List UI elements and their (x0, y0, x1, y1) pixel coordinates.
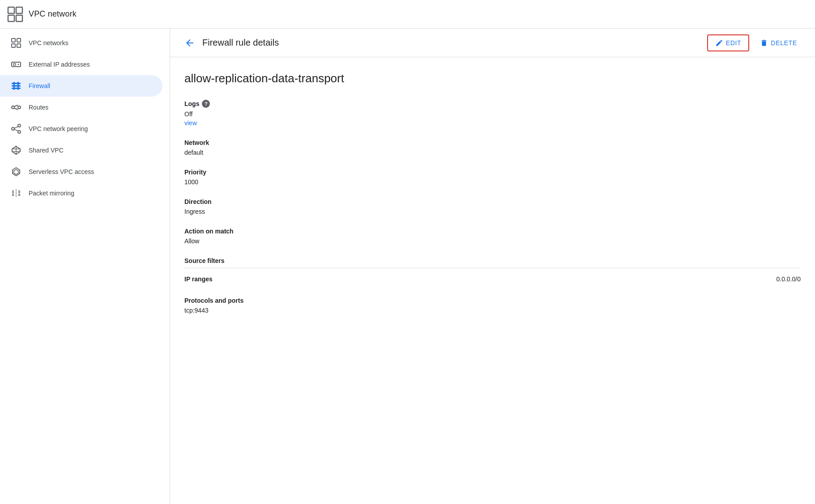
svg-line-19 (14, 108, 18, 110)
svg-rect-0 (8, 7, 14, 13)
svg-rect-7 (17, 44, 21, 47)
firewall-icon (11, 80, 21, 91)
field-label-protocols-ports: Protocols and ports (184, 297, 801, 304)
source-filters-divider (184, 268, 801, 268)
shared-vpc-icon (11, 145, 21, 156)
source-filter-key-ip: IP ranges (184, 275, 213, 283)
svg-rect-8 (12, 62, 21, 67)
packet-mirroring-icon (11, 188, 21, 199)
field-network: Network default (184, 139, 801, 156)
rule-title: allow-replication-data-transport (184, 72, 801, 85)
content-header: Firewall rule details EDIT DELETE (170, 29, 815, 57)
field-value-priority: 1000 (184, 178, 801, 186)
delete-label: DELETE (771, 39, 797, 47)
sidebar-item-packet-mirroring[interactable]: Packet mirroring (0, 182, 162, 204)
sidebar-item-label-packet-mirroring: Packet mirroring (29, 190, 74, 197)
sidebar-item-serverless-vpc[interactable]: Serverless VPC access (0, 161, 162, 182)
delete-icon (760, 39, 768, 47)
content-body: allow-replication-data-transport Logs ? … (170, 57, 815, 341)
field-value-direction: Ingress (184, 208, 801, 215)
svg-rect-39 (18, 195, 20, 196)
edit-label: EDIT (726, 39, 742, 47)
svg-line-24 (14, 129, 18, 131)
source-filter-row-ip: IP ranges 0.0.0.0/0 (184, 274, 801, 284)
svg-rect-33 (12, 194, 14, 195)
svg-rect-6 (12, 44, 15, 47)
field-label-action-on-match: Action on match (184, 228, 801, 235)
svg-point-22 (18, 131, 21, 133)
sidebar-item-label-external-ip: External IP addresses (29, 61, 90, 68)
field-direction: Direction Ingress (184, 198, 801, 215)
svg-point-16 (12, 106, 14, 109)
field-label-network: Network (184, 139, 801, 146)
sidebar-item-vpc-peering[interactable]: VPC network peering (0, 118, 162, 140)
svg-point-20 (12, 127, 14, 130)
field-value-action-on-match: Allow (184, 237, 801, 245)
content-header-title: Firewall rule details (202, 38, 707, 48)
content-area: Firewall rule details EDIT DELETE all (170, 29, 815, 504)
svg-rect-35 (18, 194, 20, 195)
svg-line-23 (14, 127, 18, 128)
routes-icon (11, 102, 21, 113)
svg-point-17 (18, 106, 21, 109)
source-filters-label: Source filters (184, 257, 801, 264)
field-logs: Logs ? Off view (184, 100, 801, 127)
svg-point-10 (18, 64, 19, 65)
sidebar-item-label-vpc-peering: VPC network peering (29, 125, 88, 132)
svg-rect-36 (12, 191, 14, 191)
field-label-direction: Direction (184, 198, 801, 205)
source-filters-section: Source filters IP ranges 0.0.0.0/0 (184, 257, 801, 284)
svg-rect-1 (16, 7, 22, 13)
field-label-logs: Logs ? (184, 100, 801, 108)
sidebar: VPC networks External IP addresses (0, 29, 170, 504)
peering-icon (11, 123, 21, 134)
delete-button[interactable]: DELETE (753, 35, 804, 51)
svg-point-21 (18, 124, 21, 127)
svg-rect-32 (12, 192, 14, 193)
field-label-priority: Priority (184, 169, 801, 176)
main-layout: VPC networks External IP addresses (0, 29, 815, 504)
svg-rect-34 (18, 192, 20, 193)
back-button[interactable] (181, 34, 199, 52)
svg-marker-30 (14, 169, 18, 174)
top-header: VPC network (0, 0, 815, 29)
sidebar-item-label-firewall: Firewall (29, 82, 50, 89)
source-filter-val-ip: 0.0.0.0/0 (777, 275, 801, 283)
svg-rect-12 (12, 85, 21, 87)
svg-rect-14 (13, 82, 15, 90)
svg-rect-5 (17, 38, 21, 42)
sidebar-item-label-routes: Routes (29, 104, 48, 111)
svg-rect-3 (16, 15, 22, 21)
field-value-network: default (184, 149, 801, 156)
help-icon-logs[interactable]: ? (202, 100, 210, 108)
serverless-icon (11, 166, 21, 177)
sidebar-item-firewall[interactable]: Firewall (0, 75, 162, 97)
field-protocols-ports: Protocols and ports tcp:9443 (184, 297, 801, 314)
header-actions: EDIT DELETE (707, 34, 804, 51)
svg-line-18 (14, 105, 18, 106)
svg-rect-9 (13, 64, 16, 65)
svg-rect-2 (8, 15, 14, 21)
svg-rect-37 (18, 191, 20, 191)
vpc-networks-icon (11, 38, 21, 48)
sidebar-item-vpc-networks[interactable]: VPC networks (0, 32, 162, 54)
field-value-logs: Off (184, 110, 801, 118)
sidebar-item-label-serverless: Serverless VPC access (29, 168, 94, 175)
sidebar-item-label-shared-vpc: Shared VPC (29, 147, 64, 154)
app-title: VPC network (29, 9, 77, 19)
field-priority: Priority 1000 (184, 169, 801, 186)
svg-rect-38 (12, 195, 14, 196)
field-link-logs-view[interactable]: view (184, 119, 197, 127)
edit-button[interactable]: EDIT (707, 34, 750, 51)
svg-rect-11 (12, 83, 21, 84)
field-action-on-match: Action on match Allow (184, 228, 801, 245)
svg-rect-15 (17, 82, 19, 90)
sidebar-item-external-ip[interactable]: External IP addresses (0, 54, 162, 75)
external-ip-icon (11, 59, 21, 70)
svg-rect-4 (12, 38, 15, 42)
field-value-protocols-ports: tcp:9443 (184, 307, 801, 314)
svg-rect-13 (12, 88, 21, 89)
app-logo (7, 6, 23, 22)
sidebar-item-routes[interactable]: Routes (0, 97, 162, 118)
sidebar-item-shared-vpc[interactable]: Shared VPC (0, 140, 162, 161)
